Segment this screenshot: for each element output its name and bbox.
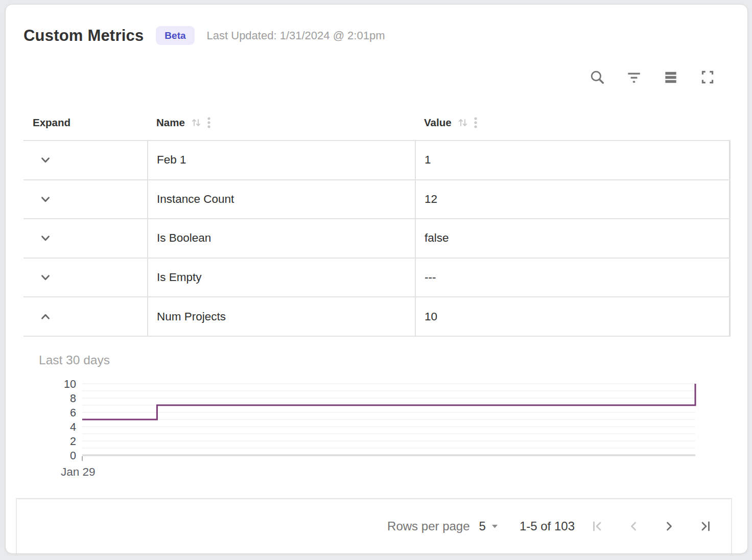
beta-badge: Beta [156,26,194,45]
table-row: Is Boolean false [24,219,731,259]
column-header-value[interactable]: Value [415,116,731,129]
svg-text:0: 0 [70,450,76,462]
svg-text:2: 2 [70,435,76,448]
expand-chevron-icon[interactable] [39,231,52,245]
custom-metrics-card: Custom Metrics Beta Last Updated: 1/31/2… [5,4,748,554]
pager [590,519,713,534]
column-header-expand: Expand [24,116,147,129]
rows-per-page-value: 5 [479,519,486,533]
sort-icon[interactable] [458,117,468,128]
column-menu-icon[interactable] [207,116,210,129]
last-page-icon[interactable] [697,519,713,534]
metric-value-cell: 12 [415,180,731,219]
table-header-row: Expand Name Value [24,105,731,140]
svg-text:10: 10 [64,380,76,390]
table-row: Instance Count 12 [24,180,731,220]
sort-icon[interactable] [191,117,201,128]
column-menu-icon[interactable] [474,116,477,129]
metric-name-cell: Feb 1 [147,141,415,179]
metric-value-cell: 1 [415,141,731,179]
metric-name-cell: Is Empty [147,259,415,297]
metric-value-cell: --- [415,259,731,297]
filter-icon[interactable] [626,69,642,85]
metric-name-cell: Instance Count [147,180,415,219]
svg-text:8: 8 [70,392,76,405]
metric-value-cell: 10 [415,297,731,336]
svg-text:4: 4 [70,421,76,433]
last-updated-text: Last Updated: 1/31/2024 @ 2:01pm [207,29,385,42]
table-row: Num Projects 10 [24,297,731,337]
svg-text:Jan 29: Jan 29 [61,465,96,478]
expand-chevron-icon[interactable] [39,193,52,206]
rows-per-page-select[interactable]: 5 [479,519,498,533]
metric-value-cell: false [415,219,731,258]
table-row: Feb 1 1 [24,141,731,180]
fullscreen-icon[interactable] [699,69,716,85]
density-icon[interactable] [663,69,679,85]
pagination-footer: Rows per page 5 1-5 of 103 [16,498,732,553]
table-body: Feb 1 1 Instance Count 12 Is Boole [24,140,731,337]
collapse-chevron-icon[interactable] [39,310,52,323]
column-header-name[interactable]: Name [147,116,415,129]
table-toolbar [589,69,716,85]
next-page-icon[interactable] [662,519,677,534]
expand-chevron-icon[interactable] [39,153,52,167]
previous-page-icon[interactable] [626,519,641,534]
metrics-table: Expand Name Value [24,105,731,337]
search-icon[interactable] [589,69,605,85]
metric-name-cell: Is Boolean [147,219,415,258]
svg-text:6: 6 [70,407,76,419]
chart-title: Last 30 days [39,353,110,367]
expand-chevron-icon[interactable] [39,271,52,284]
metric-name-cell: Num Projects [147,297,415,336]
page-range-label: 1-5 of 103 [520,519,575,533]
dropdown-arrow-icon [491,524,498,529]
header: Custom Metrics Beta Last Updated: 1/31/2… [24,26,385,45]
num-projects-step-chart: 0246810Jan 29 [31,380,726,482]
table-row: Is Empty --- [24,259,731,298]
page-title: Custom Metrics [24,27,144,45]
rows-per-page-label: Rows per page [387,519,469,533]
first-page-icon[interactable] [590,519,605,534]
